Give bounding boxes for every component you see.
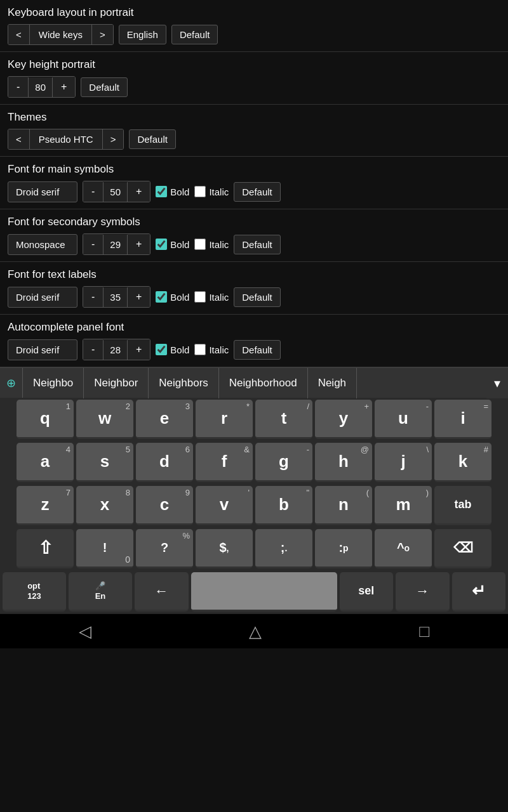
font-main-selector[interactable]: Droid serif <box>8 181 77 202</box>
key-h[interactable]: h@ <box>315 443 372 482</box>
autocomplete-plus-icon[interactable]: ⊕ <box>0 368 23 398</box>
key-tab[interactable]: tab <box>434 486 491 525</box>
nav-recents-button[interactable]: □ <box>400 617 448 646</box>
themes-controls: < Pseudo HTC > Default <box>8 129 500 150</box>
layout-nav-left[interactable]: < <box>8 25 29 44</box>
key-sel[interactable]: sel <box>340 572 394 612</box>
key-m[interactable]: m) <box>375 486 432 525</box>
layout-nav-group: < Wide keys > <box>8 24 114 45</box>
key-space[interactable] <box>191 572 337 612</box>
font-labels-bold-checkbox[interactable] <box>156 291 167 303</box>
font-secondary-minus[interactable]: - <box>83 234 103 254</box>
key-height-default-button[interactable]: Default <box>81 77 128 97</box>
font-secondary-default-button[interactable]: Default <box>234 235 281 254</box>
key-x[interactable]: x8 <box>76 486 133 525</box>
font-secondary-italic-label[interactable]: Italic <box>194 239 229 250</box>
key-right-arrow[interactable]: → <box>396 572 450 612</box>
font-autocomplete-controls: Droid serif - 28 + Bold Italic Default <box>8 339 500 360</box>
font-labels-selector[interactable]: Droid serif <box>8 287 77 308</box>
key-u[interactable]: u- <box>375 400 432 439</box>
font-secondary-selector[interactable]: Monospace <box>8 234 77 255</box>
font-labels-italic-checkbox[interactable] <box>194 291 206 303</box>
key-z[interactable]: z7 <box>17 486 74 525</box>
font-autocomplete-italic-label[interactable]: Italic <box>194 344 229 355</box>
font-labels-plus[interactable]: + <box>128 287 150 307</box>
font-autocomplete-bold-label[interactable]: Bold <box>156 344 189 355</box>
key-left-arrow[interactable]: ← <box>135 572 189 612</box>
autocomplete-word-0[interactable]: Neighbo <box>23 368 84 398</box>
autocomplete-word-1[interactable]: Neighbor <box>84 368 149 398</box>
key-mic-en[interactable]: 🎤En <box>69 572 132 612</box>
key-question[interactable]: ?% <box>136 529 193 568</box>
font-main-italic-label[interactable]: Italic <box>194 186 229 197</box>
key-y[interactable]: y+ <box>315 400 372 439</box>
font-main-default-button[interactable]: Default <box>234 182 281 202</box>
key-f[interactable]: f& <box>196 443 253 482</box>
keyboard-layout-controls: < Wide keys > English Default <box>8 24 500 45</box>
key-exclaim[interactable]: !0 <box>76 529 133 568</box>
font-autocomplete-bold-checkbox[interactable] <box>156 344 167 355</box>
key-c[interactable]: c9 <box>136 486 193 525</box>
font-autocomplete-default-button[interactable]: Default <box>234 340 281 360</box>
layout-default-button[interactable]: Default <box>171 25 218 44</box>
font-main-italic-checkbox[interactable] <box>194 186 206 197</box>
key-n[interactable]: n( <box>315 486 372 525</box>
font-autocomplete-selector[interactable]: Droid serif <box>8 339 77 360</box>
autocomplete-word-4[interactable]: Neigh <box>308 368 357 398</box>
font-autocomplete-plus[interactable]: + <box>128 339 150 360</box>
font-labels-italic-label[interactable]: Italic <box>194 291 229 303</box>
key-w[interactable]: w2 <box>76 400 133 439</box>
key-t[interactable]: t/ <box>255 400 312 439</box>
key-e[interactable]: e3 <box>136 400 193 439</box>
font-secondary-bold-checkbox[interactable] <box>156 239 167 250</box>
key-height-plus[interactable]: + <box>53 77 75 97</box>
key-j[interactable]: j\ <box>375 443 432 482</box>
font-labels-bold-label[interactable]: Bold <box>156 291 189 303</box>
key-backspace[interactable]: ⌫ <box>434 529 491 568</box>
key-dollar[interactable]: $, <box>196 529 253 568</box>
key-b[interactable]: b" <box>255 486 312 525</box>
autocomplete-word-2[interactable]: Neighbors <box>149 368 219 398</box>
font-labels-minus[interactable]: - <box>83 287 103 307</box>
key-q[interactable]: q1 <box>17 400 74 439</box>
font-autocomplete-italic-checkbox[interactable] <box>194 344 206 355</box>
font-secondary-italic-checkbox[interactable] <box>194 239 206 250</box>
font-main-bold-label[interactable]: Bold <box>156 186 189 197</box>
key-caret[interactable]: ^o <box>375 529 432 568</box>
autocomplete-bar: ⊕ Neighbo Neighbor Neighbors Neighborhoo… <box>0 367 508 398</box>
key-g[interactable]: g- <box>255 443 312 482</box>
font-autocomplete-bold-text: Bold <box>170 344 189 355</box>
key-enter[interactable]: ↵ <box>452 572 506 612</box>
themes-nav-left[interactable]: < <box>8 129 29 149</box>
key-s[interactable]: s5 <box>76 443 133 482</box>
key-semicolon[interactable]: ;. <box>255 529 312 568</box>
themes-nav-right[interactable]: > <box>103 129 124 149</box>
layout-nav-right[interactable]: > <box>92 25 113 44</box>
autocomplete-expand-button[interactable]: ▾ <box>486 368 508 398</box>
font-labels-default-button[interactable]: Default <box>234 287 281 307</box>
font-secondary-bold-label[interactable]: Bold <box>156 239 189 250</box>
font-secondary-plus[interactable]: + <box>128 234 150 254</box>
nav-back-button[interactable]: ◁ <box>60 617 110 646</box>
key-k[interactable]: k# <box>434 443 491 482</box>
key-shift[interactable]: ⇧ <box>17 529 74 568</box>
font-main-bold-checkbox[interactable] <box>156 186 167 197</box>
key-a[interactable]: a4 <box>17 443 74 482</box>
font-secondary-controls: Monospace - 29 + Bold Italic Default <box>8 233 500 255</box>
key-height-minus[interactable]: - <box>8 77 28 97</box>
themes-default-button[interactable]: Default <box>129 129 176 149</box>
nav-home-button[interactable]: △ <box>230 617 281 646</box>
font-main-minus[interactable]: - <box>83 181 103 202</box>
font-main-section: Font for main symbols Droid serif - 50 +… <box>0 157 508 209</box>
layout-english-button[interactable]: English <box>119 25 166 44</box>
key-r[interactable]: r* <box>196 400 253 439</box>
key-colon[interactable]: :p <box>315 529 372 568</box>
key-v[interactable]: v' <box>196 486 253 525</box>
font-autocomplete-minus[interactable]: - <box>83 339 103 360</box>
autocomplete-word-3[interactable]: Neighborhood <box>219 368 308 398</box>
key-opt123[interactable]: opt123 <box>3 572 66 612</box>
key-i[interactable]: i= <box>434 400 491 439</box>
key-d[interactable]: d6 <box>136 443 193 482</box>
font-secondary-section: Font for secondary symbols Monospace - 2… <box>0 209 508 262</box>
font-main-plus[interactable]: + <box>128 181 150 202</box>
